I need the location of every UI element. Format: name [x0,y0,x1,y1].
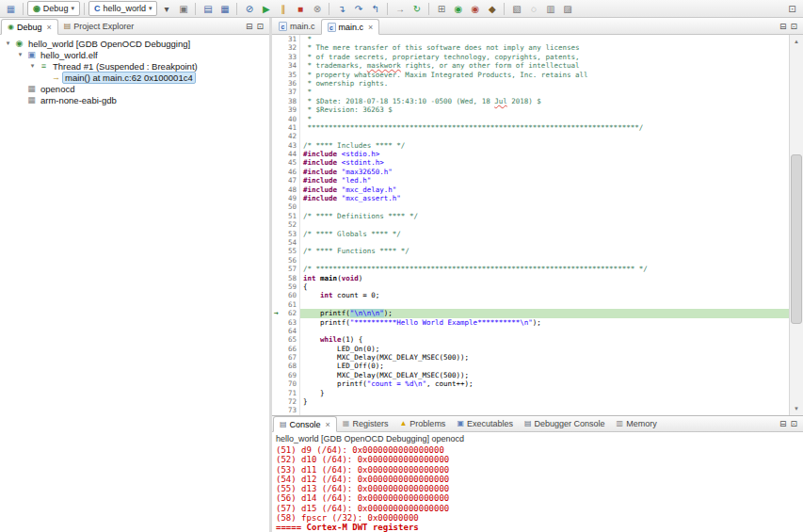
breakpoint-ruler-cell[interactable] [272,397,281,406]
line-number[interactable]: 69 [281,371,300,379]
debug-tree[interactable]: ▾◉hello_world [GDB OpenOCD Debugging]▾▣h… [0,35,269,532]
code-line[interactable]: 51/* **** Definitions **** */ [272,212,789,220]
profile-icon[interactable]: ◉ [467,1,483,16]
breakpoint-ruler-cell[interactable] [272,97,281,105]
scrollbar-track[interactable] [790,48,803,402]
code-text[interactable]: { [300,282,789,291]
breakpoint-ruler-cell[interactable] [272,71,281,79]
save-all-icon[interactable]: ▦ [217,1,233,16]
breakpoint-ruler-cell[interactable] [272,35,281,43]
code-text[interactable]: } [300,397,789,406]
code-line[interactable]: 41 *************************************… [272,123,789,132]
line-number[interactable]: 61 [281,300,300,309]
save-icon[interactable]: ▤ [200,1,216,16]
breakpoint-ruler-cell[interactable] [272,345,281,353]
run-icon[interactable]: ◉ [450,1,466,16]
breakpoint-ruler-cell[interactable] [272,318,281,327]
line-number[interactable]: 63 [281,318,300,327]
code-text[interactable]: * ownership rights. [300,79,789,88]
breakpoint-ruler-cell[interactable] [272,132,281,140]
code-text[interactable] [300,220,789,229]
line-number[interactable]: 56 [281,256,300,265]
tab-debug[interactable]: ◉Debug× [1,19,58,35]
code-line[interactable]: 47#include "led.h" [272,176,789,185]
breakpoint-ruler-cell[interactable] [272,379,281,388]
code-text[interactable]: /* **** Includes **** */ [300,141,789,150]
code-line[interactable]: 36 * ownership rights. [272,79,789,88]
tree-item[interactable]: ▾≡Thread #1 (Suspended : Breakpoint) [0,60,269,72]
code-text[interactable]: #include <stdint.h> [300,158,789,167]
code-line[interactable]: 44#include <stdio.h> [272,150,789,158]
mark-occurrences-icon[interactable]: ▥ [542,1,558,16]
line-number[interactable]: 65 [281,335,300,344]
line-number[interactable]: 36 [281,79,300,88]
maximize-icon[interactable]: ⊡ [790,22,797,31]
code-text[interactable]: /* **** Definitions **** */ [300,212,789,220]
code-text[interactable] [300,406,789,414]
code-line[interactable]: 45#include <stdint.h> [272,158,789,167]
breakpoint-ruler-cell[interactable] [272,256,281,265]
line-number[interactable]: 58 [281,274,300,282]
code-line[interactable]: 72} [272,397,789,406]
code-text[interactable]: #include "mxc_assert.h" [300,194,789,202]
line-number[interactable]: 60 [281,291,300,299]
breakpoint-ruler-cell[interactable] [272,327,281,335]
line-number[interactable]: 72 [281,397,300,406]
code-text[interactable]: * trademarks, maskwork rights, or any ot… [300,61,789,70]
tab-project-explorer[interactable]: ▤Project Explorer [58,18,140,34]
code-line[interactable]: 31 * [272,35,789,43]
code-line[interactable]: 61 [272,300,789,309]
line-number[interactable]: 54 [281,238,300,247]
breakpoint-ruler-cell[interactable] [272,79,281,88]
breakpoint-ruler-cell[interactable] [272,88,281,96]
skip-breakpoints-icon[interactable]: ⊘ [241,1,257,16]
code-text[interactable] [300,327,789,335]
line-number[interactable]: 52 [281,220,300,229]
breakpoint-ruler-cell[interactable] [272,247,281,255]
code-line[interactable]: 52 [272,220,789,229]
tab-console[interactable]: ▤Console× [273,416,337,432]
code-text[interactable]: } [300,389,789,397]
breakpoint-ruler-cell[interactable]: → [272,309,281,317]
code-line[interactable]: 56 [272,256,789,265]
line-number[interactable]: 41 [281,123,300,132]
maximize-icon[interactable]: ⊡ [256,22,264,31]
code-text[interactable]: MXC_Delay(MXC_DELAY_MSEC(500)); [300,371,789,379]
breakpoint-ruler-cell[interactable] [272,194,281,202]
tree-item[interactable]: ▾◉hello_world [GDB OpenOCD Debugging] [0,38,269,49]
code-text[interactable] [300,238,789,247]
line-number[interactable]: 33 [281,53,300,61]
code-text[interactable]: * [300,35,789,43]
line-number[interactable]: 64 [281,327,300,335]
tree-item[interactable]: ▦arm-none-eabi-gdb [0,94,269,105]
code-text[interactable]: /* **** Globals **** */ [300,230,789,238]
code-line[interactable]: 35 * property whatsoever. Maxim Integrat… [272,71,789,79]
line-number[interactable]: 59 [281,282,300,291]
code-text[interactable]: #include "mxc_delay.h" [300,185,789,194]
code-text[interactable]: * [300,115,789,123]
code-text[interactable]: * of trade secrets, proprietary technolo… [300,53,789,61]
resume-icon[interactable]: ▶ [258,1,274,16]
new-wizard-icon[interactable]: ▧ [508,1,524,16]
breakpoint-ruler-cell[interactable] [272,220,281,229]
tab-problems[interactable]: ▲Problems [393,415,451,431]
breakpoint-ruler-cell[interactable] [272,202,281,211]
line-number[interactable]: 49 [281,194,300,202]
code-text[interactable] [300,300,789,309]
code-text[interactable] [300,202,789,211]
instruction-stepping-icon[interactable]: → [392,1,408,16]
code-line[interactable]: 55/* **** Functions **** */ [272,247,789,255]
code-line[interactable]: 53/* **** Globals **** */ [272,230,789,238]
code-text[interactable]: #include "led.h" [300,176,789,185]
terminate-icon[interactable]: ■ [292,1,308,16]
breakpoint-ruler-cell[interactable] [272,335,281,344]
breakpoint-ruler-cell[interactable] [272,53,281,61]
code-line[interactable]: 71 } [272,389,789,397]
code-line[interactable]: 60 int count = 0; [272,291,789,299]
code-line[interactable]: 64 [272,327,789,335]
line-number[interactable]: 44 [281,150,300,158]
breakpoint-ruler-cell[interactable] [272,291,281,299]
code-line[interactable]: 65 while(1) { [272,335,789,344]
line-number[interactable]: 51 [281,212,300,220]
code-line[interactable]: 39 * $Revision: 36263 $ [272,105,789,114]
